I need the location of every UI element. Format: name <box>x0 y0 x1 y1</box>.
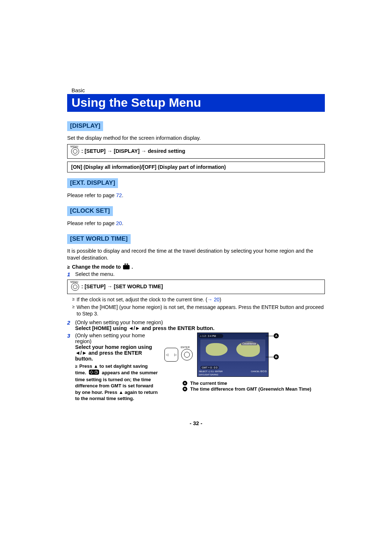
enter-button-icon <box>181 349 193 360</box>
step-number-2: 2 <box>67 319 75 326</box>
legend-text-b: The time difference from GMT (Greenwich … <box>190 386 311 392</box>
page-number: - 32 - <box>67 420 325 426</box>
screen-daylight-label: DAYLIGHT SAVING <box>199 374 218 376</box>
screen-cancel-label: CANCEL ⓂⒺⓃ <box>251 370 267 373</box>
section-head-ext-display: [EXT. DISPLAY] <box>67 178 118 188</box>
screen-city: Casablanca <box>241 342 257 345</box>
camera-mode-icon <box>123 265 130 269</box>
page-link-20b[interactable]: → 20 <box>207 297 219 302</box>
page-link-72[interactable]: 72 <box>116 192 122 198</box>
legend-marker-b: B <box>183 387 187 391</box>
display-description: Set the display method for the screen in… <box>67 135 325 142</box>
callout-a: A <box>274 333 279 338</box>
world-time-path-box: : [SETUP] → [SET WORLD TIME] <box>67 280 325 294</box>
display-path-box: : [SETUP] → [DISPLAY] → desired setting <box>67 144 325 159</box>
page-title: Using the Setup Menu <box>67 94 325 112</box>
page-link-20[interactable]: 20 <box>116 220 122 226</box>
ext-display-refer: Please refer to page 72. <box>67 192 325 198</box>
screen-time: ⌂ 1 2 : 3 4 PM <box>199 334 223 338</box>
section-head-world-time: [SET WORLD TIME] <box>67 234 131 244</box>
step-1-label: Select the menu. <box>75 271 325 277</box>
legend: A The current time B The time difference… <box>183 380 325 392</box>
change-mode-line: Change the mode to . <box>67 264 325 270</box>
dpad-icon: ◁ ▷ <box>164 348 178 362</box>
screen-select-label: SELECT ◁ ⊙ ▷ ENTER <box>199 370 222 373</box>
clock-set-refer: Please refer to page 20. <box>67 220 325 226</box>
sun-clock-icon <box>89 370 99 376</box>
legend-text-a: The current time <box>190 380 227 386</box>
world-time-notes: If the clock is not set, adjust the cloc… <box>67 296 325 318</box>
step-number-1: 1 <box>67 271 75 277</box>
step-number-3: 3 <box>67 333 75 339</box>
breadcrumb: Basic <box>72 87 325 93</box>
screen-gmt: GMT + 0 : 0 0 <box>200 366 219 369</box>
step-3-condition: (Only when setting your home region) <box>75 333 159 344</box>
menu-icon <box>71 147 79 155</box>
section-head-display: [DISPLAY] <box>67 121 103 131</box>
step-3-instruction: Select your home region using ◄/► and pr… <box>75 344 159 362</box>
step-2-instruction: Select [HOME] using ◄/► and press the EN… <box>75 325 325 331</box>
display-options-box: [ON] (Display all information)/[OFF] (Di… <box>67 162 325 172</box>
world-time-description: It is possible to display and record the… <box>67 248 325 262</box>
menu-icon <box>71 283 79 291</box>
screen-preview: ⌂ 1 2 : 3 4 PM Casablanca GMT + 0 : 0 0 … <box>197 333 269 377</box>
daylight-note-2: appears and the summer time setting is t… <box>75 370 158 401</box>
section-head-clock-set: [CLOCK SET] <box>67 206 113 216</box>
legend-marker-a: A <box>183 381 187 386</box>
callout-b: B <box>274 354 279 359</box>
step-2-condition: (Only when setting your home region) <box>75 319 325 325</box>
display-path-text: : [SETUP] → [DISPLAY] → desired setting <box>81 148 185 154</box>
